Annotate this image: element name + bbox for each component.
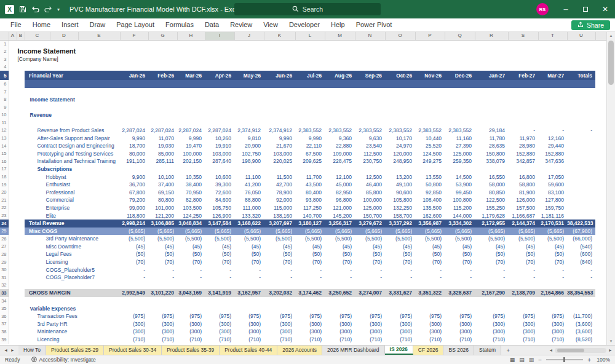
cell[interactable]: (45) [148,243,177,251]
cell[interactable]: (300) [475,328,508,336]
cell[interactable]: 78,900 [264,189,295,197]
cell[interactable]: (300) [415,320,445,328]
cell[interactable]: 2,170,531 [538,220,567,228]
row-header-19[interactable]: 19 [0,181,9,189]
cell[interactable]: 49,100 [385,181,415,189]
row-label[interactable]: [Company Name] [9,55,606,63]
row-label[interactable]: Prototyping and Testing Services [9,150,120,158]
cell[interactable]: 3,180,127 [295,220,325,228]
cell[interactable] [595,250,606,258]
cell[interactable]: - [538,127,567,135]
cell[interactable]: 144,000 [445,212,475,220]
cell[interactable]: 92,000 [264,196,295,204]
cell[interactable]: 152,880 [508,150,538,158]
cell[interactable]: 138,160 [264,212,295,220]
month-header[interactable]: Sep-26 [355,71,385,80]
ribbon-tab-file[interactable]: File [5,18,27,31]
cell[interactable]: (70) [264,258,295,266]
cell[interactable]: 28,635 [475,142,508,150]
cell[interactable]: 82,800 [177,196,205,204]
cell[interactable]: 53,900 [445,181,475,189]
ribbon-tab-view[interactable]: View [258,18,284,31]
cell[interactable]: 19,470 [177,142,205,150]
cell[interactable]: (975) [475,312,508,320]
cell[interactable]: (5,665) [445,228,475,235]
row-label[interactable]: 3rd Party Maintenance [9,235,120,243]
cell[interactable]: (50) [538,250,567,258]
column-header-B[interactable]: B [17,32,25,40]
cell[interactable]: 13,550 [415,173,445,181]
cell[interactable]: 80,800 [148,196,177,204]
column-header-A[interactable]: A [9,32,17,40]
cell[interactable]: (710) [325,336,355,344]
scroll-up-icon[interactable]: ▲ [607,32,615,39]
cell[interactable]: - [264,274,295,282]
cell[interactable]: 127,800 [538,196,567,204]
total-cell[interactable]: (67,980) [567,228,595,235]
new-sheet-button[interactable]: ＋ [501,346,515,355]
cell[interactable]: 50,800 [415,181,445,189]
cell[interactable]: 58,800 [508,181,538,189]
cell[interactable]: (300) [234,320,264,328]
row-header-9[interactable]: 9 [0,103,9,111]
cell[interactable]: 37,400 [148,181,177,189]
row-header-2[interactable]: 2 [0,48,9,56]
row-label[interactable]: Variable Expenses [9,305,606,313]
row-header-5[interactable]: 5 [0,71,9,80]
row-header-30[interactable]: 30 [0,266,9,274]
column-header-H[interactable]: H [177,32,205,40]
cell[interactable] [595,328,606,336]
cell[interactable]: 115,000 [264,204,295,212]
cell[interactable]: (5,665) [475,228,508,235]
ribbon-tab-insert[interactable]: Insert [56,18,84,31]
cell[interactable]: 115,200 [445,204,475,212]
cell[interactable]: (300) [295,328,325,336]
cell[interactable]: 80,000 [120,150,148,158]
row-header-36[interactable]: 36 [0,312,9,320]
ribbon-tab-formulas[interactable]: Formulas [160,18,199,31]
row-label[interactable]: Revenue from Product Sales [9,127,120,135]
cell[interactable]: (300) [508,328,538,336]
column-header-L[interactable]: L [295,32,325,40]
cell[interactable]: (50) [205,250,234,258]
cell[interactable]: 2,287,024 [148,127,177,135]
cell[interactable]: (5,500) [355,235,385,243]
cell[interactable]: 3,256,317 [325,220,355,228]
cell[interactable]: (975) [445,312,475,320]
cell[interactable]: (50) [385,250,415,258]
total-cell[interactable]: (540) [567,243,595,251]
cell[interactable]: 22,110 [295,142,325,150]
sheet-tab-cf-2026[interactable]: CF 2026 [413,346,444,355]
cell[interactable]: 67,500 [295,150,325,158]
cell[interactable]: (5,500) [177,235,205,243]
ribbon-tab-page-layout[interactable]: Page Layout [111,18,160,31]
cell[interactable]: (710) [355,336,385,344]
cell[interactable]: (300) [508,320,538,328]
cell[interactable] [595,243,606,251]
cell[interactable]: 67,800 [120,189,148,197]
month-header[interactable]: May-26 [234,71,264,80]
cell[interactable] [595,150,606,158]
vertical-scrollbar[interactable]: ▲ ▼ [606,32,615,345]
row-label[interactable]: COGS_Placeholder7 [9,274,120,282]
cell[interactable]: - [475,266,508,274]
cell[interactable]: (975) [205,312,234,320]
restore-button[interactable] [576,0,595,18]
cell[interactable]: 17,050 [538,173,567,181]
cell[interactable]: 2,992,549 [120,289,148,297]
cell[interactable] [595,189,606,197]
cell[interactable]: (70) [120,258,148,266]
cell[interactable]: (300) [445,320,475,328]
row-header-20[interactable]: 20 [0,189,9,197]
cell[interactable]: (50) [264,250,295,258]
cell[interactable]: (975) [508,312,538,320]
cell[interactable]: (5,500) [415,235,445,243]
cell[interactable]: 100,000 [177,150,205,158]
cell[interactable]: (5,500) [120,235,148,243]
total-cell[interactable]: 38,422,533 [567,220,595,228]
cell[interactable]: - [120,274,148,282]
cell[interactable]: 76,050 [234,189,264,197]
cell[interactable]: 59,600 [538,181,567,189]
cell[interactable]: 3,351,322 [415,289,445,297]
cell[interactable]: - [508,127,538,135]
